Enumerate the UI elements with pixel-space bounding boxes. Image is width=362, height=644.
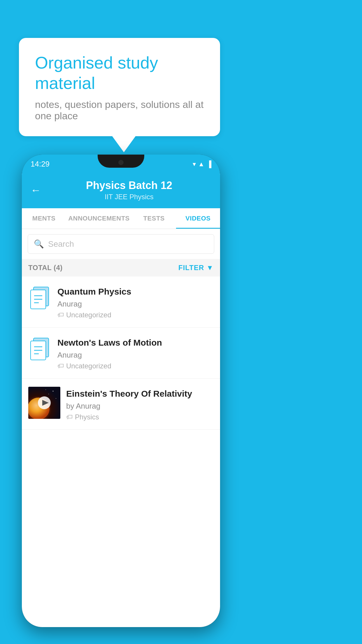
- video-info: Newton's Laws of Motion Anurag 🏷 Uncateg…: [57, 336, 214, 370]
- svg-point-12: [48, 394, 49, 394]
- list-item[interactable]: Quantum Physics Anurag 🏷 Uncategorized: [22, 276, 220, 328]
- video-author: Anurag: [57, 300, 214, 309]
- signal-icon: ▲: [198, 160, 205, 168]
- video-title: Quantum Physics: [57, 286, 214, 297]
- speech-bubble-subtitle: notes, question papers, solutions all at…: [35, 99, 204, 122]
- speech-bubble-title: Organised study material: [35, 52, 204, 93]
- status-time: 14:29: [31, 160, 50, 169]
- tabs-container: MENTS ANNOUNCEMENTS TESTS VIDEOS: [22, 208, 220, 229]
- search-bar[interactable]: 🔍 Search: [28, 234, 214, 254]
- tag-icon: 🏷: [66, 413, 73, 421]
- total-count-label: TOTAL (4): [28, 264, 63, 272]
- tag-label: Uncategorized: [66, 362, 111, 370]
- camera-dot: [118, 160, 124, 165]
- status-icons: ▾ ▲ ▐: [193, 160, 211, 168]
- doc-icon: [28, 285, 52, 311]
- video-title: Einstein's Theory Of Relativity: [66, 388, 214, 399]
- filter-button[interactable]: FILTER ▼: [178, 264, 214, 272]
- video-list: Quantum Physics Anurag 🏷 Uncategorized: [22, 276, 220, 430]
- search-icon: 🔍: [34, 239, 44, 249]
- video-info: Einstein's Theory Of Relativity by Anura…: [66, 387, 214, 421]
- video-author: by Anurag: [66, 402, 214, 411]
- phone-screen: ← Physics Batch 12 IIT JEE Physics MENTS…: [22, 174, 220, 627]
- list-item[interactable]: Einstein's Theory Of Relativity by Anura…: [22, 379, 220, 430]
- video-tag: 🏷 Uncategorized: [57, 311, 214, 319]
- status-bar: 14:29 ▾ ▲ ▐: [22, 155, 220, 174]
- header-title: Physics Batch 12: [47, 179, 211, 192]
- filter-icon: ▼: [206, 264, 214, 272]
- search-container: 🔍 Search: [22, 229, 220, 259]
- battery-icon: ▐: [207, 160, 211, 168]
- speech-bubble-container: Organised study material notes, question…: [19, 38, 220, 152]
- header-subtitle: IIT JEE Physics: [47, 193, 211, 201]
- svg-point-14: [45, 389, 46, 390]
- video-info: Quantum Physics Anurag 🏷 Uncategorized: [57, 285, 214, 319]
- tab-ments[interactable]: MENTS: [22, 208, 66, 229]
- filter-bar: TOTAL (4) FILTER ▼: [22, 259, 220, 276]
- speech-bubble: Organised study material notes, question…: [19, 38, 220, 136]
- tab-videos[interactable]: VIDEOS: [176, 208, 220, 229]
- header-title-block: Physics Batch 12 IIT JEE Physics: [47, 179, 211, 201]
- phone-frame: 14:29 ▾ ▲ ▐ ← Physics Batch 12 IIT JEE P…: [22, 155, 220, 627]
- svg-point-11: [53, 391, 54, 392]
- video-title: Newton's Laws of Motion: [57, 337, 214, 348]
- video-thumbnail: [28, 387, 60, 419]
- tag-label: Uncategorized: [66, 311, 111, 319]
- doc-icon: [28, 336, 52, 362]
- tab-tests[interactable]: TESTS: [132, 208, 176, 229]
- filter-label: FILTER: [178, 264, 204, 272]
- tab-announcements[interactable]: ANNOUNCEMENTS: [66, 208, 132, 229]
- list-item[interactable]: Newton's Laws of Motion Anurag 🏷 Uncateg…: [22, 328, 220, 379]
- speech-bubble-arrow: [112, 136, 136, 152]
- video-tag: 🏷 Uncategorized: [57, 362, 214, 370]
- video-author: Anurag: [57, 351, 214, 360]
- tag-label: Physics: [75, 413, 99, 421]
- wifi-icon: ▾: [193, 160, 196, 168]
- svg-point-13: [56, 398, 56, 399]
- thumbnail-image: [28, 387, 60, 419]
- search-placeholder: Search: [48, 239, 74, 249]
- back-button[interactable]: ←: [31, 184, 41, 196]
- app-header: ← Physics Batch 12 IIT JEE Physics: [22, 174, 220, 208]
- phone-notch: [98, 155, 144, 168]
- tag-icon: 🏷: [57, 311, 64, 319]
- tag-icon: 🏷: [57, 362, 64, 370]
- video-tag: 🏷 Physics: [66, 413, 214, 421]
